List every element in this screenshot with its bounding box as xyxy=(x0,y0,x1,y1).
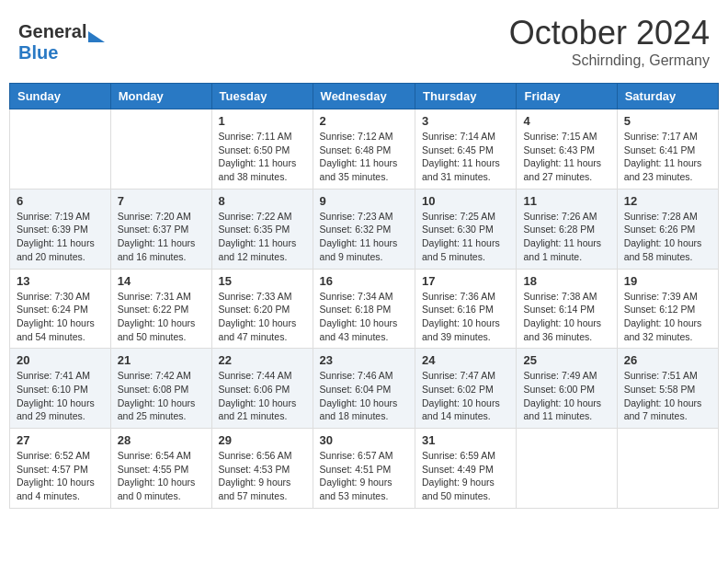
day-info: Sunrise: 7:36 AMSunset: 6:16 PMDaylight:… xyxy=(422,291,500,342)
day-number: 17 xyxy=(422,274,509,288)
day-info: Sunrise: 6:52 AMSunset: 4:57 PMDaylight:… xyxy=(17,450,95,501)
table-row: 14 Sunrise: 7:31 AMSunset: 6:22 PMDaylig… xyxy=(110,269,211,349)
day-number: 4 xyxy=(523,114,609,128)
calendar-week-row: 27 Sunrise: 6:52 AMSunset: 4:57 PMDaylig… xyxy=(10,429,719,509)
day-info: Sunrise: 7:19 AMSunset: 6:39 PMDaylight:… xyxy=(17,211,95,262)
col-tuesday: Tuesday xyxy=(211,84,313,109)
col-monday: Monday xyxy=(110,84,211,109)
day-info: Sunrise: 7:41 AMSunset: 6:10 PMDaylight:… xyxy=(17,370,95,421)
calendar-week-row: 13 Sunrise: 7:30 AMSunset: 6:24 PMDaylig… xyxy=(10,269,719,349)
day-info: Sunrise: 7:49 AMSunset: 6:00 PMDaylight:… xyxy=(523,370,601,421)
day-info: Sunrise: 7:33 AMSunset: 6:20 PMDaylight:… xyxy=(219,291,297,342)
day-number: 2 xyxy=(320,114,408,128)
day-number: 10 xyxy=(422,194,509,208)
day-info: Sunrise: 7:31 AMSunset: 6:22 PMDaylight:… xyxy=(118,291,196,342)
table-row: 6 Sunrise: 7:19 AMSunset: 6:39 PMDayligh… xyxy=(10,189,111,269)
table-row xyxy=(110,109,211,190)
table-row: 17 Sunrise: 7:36 AMSunset: 6:16 PMDaylig… xyxy=(415,269,517,349)
day-info: Sunrise: 7:44 AMSunset: 6:06 PMDaylight:… xyxy=(219,370,297,421)
day-info: Sunrise: 7:14 AMSunset: 6:45 PMDaylight:… xyxy=(422,131,500,182)
table-row: 26 Sunrise: 7:51 AMSunset: 5:58 PMDaylig… xyxy=(617,349,718,429)
col-wednesday: Wednesday xyxy=(313,84,415,109)
day-number: 9 xyxy=(320,194,408,208)
table-row: 23 Sunrise: 7:46 AMSunset: 6:04 PMDaylig… xyxy=(313,349,415,429)
page-container: General Blue October 2024 Schirnding, Ge… xyxy=(9,9,719,509)
col-thursday: Thursday xyxy=(415,84,517,109)
table-row: 30 Sunrise: 6:57 AMSunset: 4:51 PMDaylig… xyxy=(313,429,415,509)
col-sunday: Sunday xyxy=(10,84,111,109)
day-number: 6 xyxy=(17,194,104,208)
day-info: Sunrise: 6:56 AMSunset: 4:53 PMDaylight:… xyxy=(219,450,292,501)
day-info: Sunrise: 7:47 AMSunset: 6:02 PMDaylight:… xyxy=(422,370,500,421)
table-row: 2 Sunrise: 7:12 AMSunset: 6:48 PMDayligh… xyxy=(313,109,415,190)
day-info: Sunrise: 7:38 AMSunset: 6:14 PMDaylight:… xyxy=(523,291,601,342)
day-info: Sunrise: 7:51 AMSunset: 5:58 PMDaylight:… xyxy=(624,370,702,421)
day-number: 28 xyxy=(118,433,205,447)
day-number: 14 xyxy=(118,274,205,288)
location: Schirnding, Germany xyxy=(509,52,710,69)
calendar-week-row: 1 Sunrise: 7:11 AMSunset: 6:50 PMDayligh… xyxy=(10,109,719,190)
table-row: 9 Sunrise: 7:23 AMSunset: 6:32 PMDayligh… xyxy=(313,189,415,269)
calendar-week-row: 20 Sunrise: 7:41 AMSunset: 6:10 PMDaylig… xyxy=(10,349,719,429)
day-info: Sunrise: 7:46 AMSunset: 6:04 PMDaylight:… xyxy=(320,370,398,421)
table-row xyxy=(617,429,718,509)
table-row: 4 Sunrise: 7:15 AMSunset: 6:43 PMDayligh… xyxy=(517,109,617,190)
day-number: 3 xyxy=(422,114,509,128)
day-number: 24 xyxy=(422,353,509,367)
table-row: 10 Sunrise: 7:25 AMSunset: 6:30 PMDaylig… xyxy=(415,189,517,269)
col-saturday: Saturday xyxy=(617,84,718,109)
day-info: Sunrise: 7:20 AMSunset: 6:37 PMDaylight:… xyxy=(118,211,196,262)
table-row: 13 Sunrise: 7:30 AMSunset: 6:24 PMDaylig… xyxy=(10,269,111,349)
title-block: October 2024 Schirnding, Germany xyxy=(509,14,710,69)
day-info: Sunrise: 7:11 AMSunset: 6:50 PMDaylight:… xyxy=(219,131,297,182)
day-number: 29 xyxy=(219,433,306,447)
table-row: 19 Sunrise: 7:39 AMSunset: 6:12 PMDaylig… xyxy=(617,269,718,349)
logo-arrow-icon xyxy=(88,31,105,42)
day-info: Sunrise: 6:54 AMSunset: 4:55 PMDaylight:… xyxy=(118,450,196,501)
table-row: 24 Sunrise: 7:47 AMSunset: 6:02 PMDaylig… xyxy=(415,349,517,429)
table-row: 25 Sunrise: 7:49 AMSunset: 6:00 PMDaylig… xyxy=(517,349,617,429)
day-number: 15 xyxy=(219,274,306,288)
day-info: Sunrise: 7:39 AMSunset: 6:12 PMDaylight:… xyxy=(624,291,702,342)
day-info: Sunrise: 7:26 AMSunset: 6:28 PMDaylight:… xyxy=(523,211,601,262)
day-info: Sunrise: 7:22 AMSunset: 6:35 PMDaylight:… xyxy=(219,211,297,262)
logo-blue: Blue xyxy=(18,42,58,63)
day-number: 1 xyxy=(219,114,306,128)
day-info: Sunrise: 7:25 AMSunset: 6:30 PMDaylight:… xyxy=(422,211,500,262)
day-number: 22 xyxy=(219,353,306,367)
table-row xyxy=(10,109,111,190)
day-number: 13 xyxy=(17,274,104,288)
day-number: 5 xyxy=(624,114,711,128)
day-number: 8 xyxy=(219,194,306,208)
table-row: 5 Sunrise: 7:17 AMSunset: 6:41 PMDayligh… xyxy=(617,109,718,190)
day-info: Sunrise: 7:17 AMSunset: 6:41 PMDaylight:… xyxy=(624,131,702,182)
day-number: 12 xyxy=(624,194,711,208)
day-number: 19 xyxy=(624,274,711,288)
table-row xyxy=(517,429,617,509)
table-row: 29 Sunrise: 6:56 AMSunset: 4:53 PMDaylig… xyxy=(211,429,313,509)
table-row: 8 Sunrise: 7:22 AMSunset: 6:35 PMDayligh… xyxy=(211,189,313,269)
table-row: 11 Sunrise: 7:26 AMSunset: 6:28 PMDaylig… xyxy=(517,189,617,269)
day-number: 25 xyxy=(523,353,609,367)
table-row: 3 Sunrise: 7:14 AMSunset: 6:45 PMDayligh… xyxy=(415,109,517,190)
table-row: 27 Sunrise: 6:52 AMSunset: 4:57 PMDaylig… xyxy=(10,429,111,509)
table-row: 1 Sunrise: 7:11 AMSunset: 6:50 PMDayligh… xyxy=(211,109,313,190)
day-number: 23 xyxy=(320,353,408,367)
logo: General Blue xyxy=(18,14,105,63)
day-number: 16 xyxy=(320,274,408,288)
col-friday: Friday xyxy=(517,84,617,109)
day-number: 11 xyxy=(523,194,609,208)
month-title: October 2024 xyxy=(509,14,710,52)
day-info: Sunrise: 6:59 AMSunset: 4:49 PMDaylight:… xyxy=(422,450,495,501)
table-row: 18 Sunrise: 7:38 AMSunset: 6:14 PMDaylig… xyxy=(517,269,617,349)
logo-general: General xyxy=(18,21,86,42)
day-info: Sunrise: 7:30 AMSunset: 6:24 PMDaylight:… xyxy=(17,291,95,342)
table-row: 7 Sunrise: 7:20 AMSunset: 6:37 PMDayligh… xyxy=(110,189,211,269)
table-row: 21 Sunrise: 7:42 AMSunset: 6:08 PMDaylig… xyxy=(110,349,211,429)
day-info: Sunrise: 7:12 AMSunset: 6:48 PMDaylight:… xyxy=(320,131,398,182)
day-number: 18 xyxy=(523,274,609,288)
day-number: 20 xyxy=(17,353,104,367)
day-number: 31 xyxy=(422,433,509,447)
day-info: Sunrise: 6:57 AMSunset: 4:51 PMDaylight:… xyxy=(320,450,393,501)
day-number: 26 xyxy=(624,353,711,367)
